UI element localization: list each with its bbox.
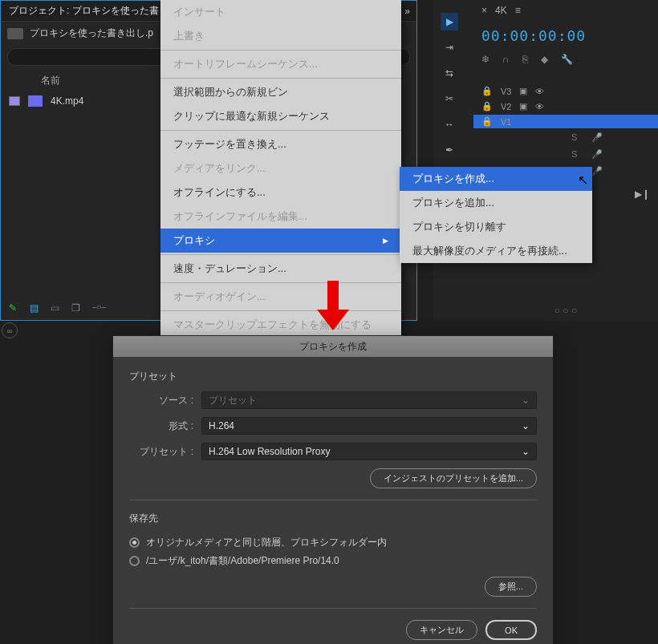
eye-icon[interactable]: 👁 [535,102,544,111]
lock-icon[interactable]: 🔒 [481,86,493,96]
add-ingest-preset-button[interactable]: インジェストのプリセットを追加... [370,468,537,488]
context-menu: インサート 上書き オートリフレームシーケンス... 選択範囲からの新規ビン ク… [160,0,401,393]
close-tab-icon[interactable]: × [481,5,487,16]
ctx-replace-footage[interactable]: フッテージを置き換え... [160,132,401,156]
format-combo[interactable]: H.264⌄ [201,417,537,435]
slip-tool-icon[interactable]: ↔ [441,115,458,133]
destination-section-label: 保存先 [129,512,537,525]
dest-radio-path[interactable]: /ユーザ/k_itoh/書類/Adobe/Premiere Pro/14.0 [129,552,537,570]
track-v3[interactable]: 🔒 V3 ▣ 👁 [473,84,658,98]
preset-section-label: プリセット [129,370,537,383]
solo-toggle[interactable]: S [571,149,577,160]
source-combo: プリセット⌄ [201,391,537,409]
pencil-icon[interactable]: ✎ [9,302,20,314]
ripple-tool-icon[interactable]: ⇆ [441,64,458,82]
ctx-insert: インサート [160,0,401,24]
create-proxy-dialog: プロキシを作成 プリセット ソース : プリセット⌄ 形式 : H.264⌄ プ… [112,335,554,644]
dest-radio-same-folder[interactable]: オリジナルメディアと同じ階層、プロキシフォルダー内 [129,533,537,552]
ctx-audio-gain: オーディオゲイン... [160,285,401,309]
list-view-icon[interactable]: ▤ [30,302,41,314]
ctx-overwrite: 上書き [160,24,401,48]
timecode[interactable]: 00:00:00:00 [473,21,658,51]
lock-icon[interactable]: 🔒 [481,101,493,111]
format-label: 形式 : [129,419,193,433]
sequence-tab[interactable]: 4K [495,5,507,16]
freeform-icon[interactable]: ❐ [71,302,83,314]
film-icon[interactable]: ▭ [51,302,62,314]
proxy-submenu: プロキシを作成... プロキシを追加... プロキシを切り離す 最大解像度のメデ… [400,167,592,263]
linked-icon[interactable]: ⎘ [522,54,528,65]
mic-icon[interactable]: 🎤 [591,149,603,160]
preset-label: プリセット : [129,445,193,459]
eye-icon[interactable]: 👁 [535,87,544,96]
marker-icon[interactable]: ◆ [541,54,548,65]
track-v2[interactable]: 🔒 V2 ▣ 👁 [473,99,658,113]
sub-add-proxy[interactable]: プロキシを追加... [400,191,592,215]
ctx-edit-offline: オフラインファイルを編集... [160,205,401,229]
ctx-new-bin[interactable]: 選択範囲からの新規ビン [160,80,401,104]
selection-tool-icon[interactable]: ▶ [441,13,458,30]
annotation-arrow [317,281,349,337]
ctx-speed[interactable]: 速度・デュレーション... [160,257,401,281]
output-icon[interactable]: ▣ [519,86,527,96]
sub-relink-fullres[interactable]: 最大解像度のメディアを再接続... [400,239,592,263]
settings-icon[interactable]: 🔧 [561,54,573,65]
play-icon[interactable]: ▶❙ [635,188,650,200]
panel-menu-icon[interactable]: ≡ [515,5,521,16]
ctx-auto-reframe: オートリフレームシーケンス... [160,52,401,76]
column-name[interactable]: 名前 [41,74,60,87]
sub-detach-proxy[interactable]: プロキシを切り離す [400,215,592,239]
project-tab[interactable]: プロジェクト: プロキシを使った書 [1,1,168,21]
radio-icon[interactable] [129,556,140,566]
chevron-down-icon: ⌄ [522,395,530,406]
mic-icon[interactable]: 🎤 [591,132,603,143]
mic-icon[interactable]: 🎤 [591,166,603,176]
ctx-proxy[interactable]: プロキシ [160,229,401,253]
creative-cloud-icon[interactable]: ∞ [2,322,18,338]
project-filename: プロキシを使った書き出し.p [30,26,153,40]
clip-name: 4K.mp4 [51,95,83,107]
ok-button[interactable]: OK [485,620,537,640]
browse-button[interactable]: 参照... [485,577,537,597]
source-label: ソース : [129,394,193,407]
zoom-slider[interactable]: –○– [92,302,132,314]
chevron-down-icon: ⌄ [522,446,530,457]
track-v1[interactable]: 🔒 V1 [473,115,658,128]
razor-tool-icon[interactable]: ✂ [441,90,458,107]
cancel-button[interactable]: キャンセル [406,620,477,640]
radio-icon[interactable] [129,537,140,548]
preset-combo[interactable]: H.264 Low Resolution Proxy⌄ [201,443,537,460]
ctx-link-media: メディアをリンク... [160,156,401,180]
lock-icon[interactable]: 🔒 [481,116,493,127]
ctx-new-seq[interactable]: クリップに最適な新規シーケンス [160,104,401,128]
project-icon [7,28,23,39]
snap-icon[interactable]: ❄ [481,54,489,65]
track-select-tool-icon[interactable]: ⇥ [441,38,458,56]
dialog-title: プロキシを作成 [113,336,553,357]
output-icon[interactable]: ▣ [519,101,527,111]
sub-create-proxy[interactable]: プロキシを作成... [400,167,592,191]
ctx-offline[interactable]: オフラインにする... [160,180,401,205]
clip-thumb-icon [28,95,43,107]
label-swatch [9,96,20,106]
magnet-icon[interactable]: ∩ [502,54,510,65]
pen-tool-icon[interactable]: ✒ [441,141,458,159]
ctx-master-effects: マスタークリップエフェクトを無効にする [160,313,401,337]
timeline-dots: ○ ○ ○ [473,305,658,316]
solo-toggle[interactable]: S [571,132,577,143]
chevron-down-icon: ⌄ [522,420,530,431]
